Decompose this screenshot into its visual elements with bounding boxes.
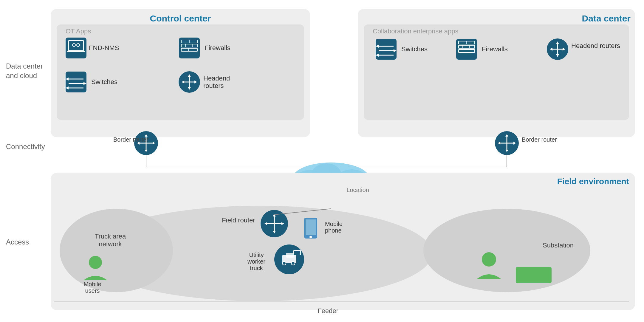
mobile-phone-label2: phone xyxy=(325,227,342,234)
border-router-cc-label: Border router xyxy=(113,136,148,143)
headend-routers-cc-label: Headend xyxy=(203,75,230,82)
feeder-label: Feeder xyxy=(318,307,338,315)
substation-label: Substation xyxy=(543,242,574,249)
control-center-title: Control center xyxy=(150,13,211,23)
svg-point-72 xyxy=(282,261,286,265)
row-label-access: Access xyxy=(6,238,29,246)
border-router-dc-label: Border router xyxy=(522,136,557,143)
collab-apps-title: Collaboration enterprise apps xyxy=(373,27,458,35)
substation-device xyxy=(516,267,552,283)
firewalls-cc-label: Firewalls xyxy=(205,44,230,52)
switches-dc-icon-bg xyxy=(376,39,397,60)
mobile-phone-label1: Mobile xyxy=(325,221,343,227)
substation-blob xyxy=(423,209,590,292)
switches-cc-label: Switches xyxy=(91,78,117,86)
mobile-phone-screen xyxy=(306,219,316,235)
field-router-label: Field router xyxy=(222,216,255,224)
headend-routers-cc-label2: routers xyxy=(203,82,224,89)
substation-person-head xyxy=(482,252,496,267)
ot-apps-title: OT Apps xyxy=(66,27,91,35)
svg-rect-71 xyxy=(286,253,294,258)
svg-rect-2 xyxy=(67,51,85,52)
headend-routers-dc-label: Headend routers xyxy=(571,42,620,49)
mobile-users-label: Mobile xyxy=(84,281,101,287)
mobile-users-head xyxy=(89,256,102,269)
switches-dc-label: Switches xyxy=(401,45,428,53)
collab-apps-box xyxy=(364,24,629,120)
utility-worker-label1: Utility xyxy=(249,252,264,258)
row-label-data-center: Data center xyxy=(6,62,43,70)
truck-area-blob xyxy=(60,209,173,292)
utility-worker-label3: truck xyxy=(250,265,263,271)
switches-cc-icon-bg xyxy=(66,72,86,92)
mobile-users-label2: users xyxy=(85,287,100,294)
utility-worker-label2: worker xyxy=(247,258,265,265)
truck-area-label1: Truck area xyxy=(95,233,126,240)
row-label-connectivity: Connectivity xyxy=(6,143,45,151)
mobile-phone-button xyxy=(309,236,312,238)
location-label: Location xyxy=(346,187,369,193)
svg-point-73 xyxy=(291,261,295,265)
row-label-and-cloud: and cloud xyxy=(6,72,37,80)
data-center-title: Data center xyxy=(582,13,631,23)
field-environment-title: Field environment xyxy=(557,177,629,186)
truck-area-label2: network xyxy=(99,240,122,248)
fnd-nms-label: FND-NMS xyxy=(89,44,119,52)
firewalls-dc-label: Firewalls xyxy=(482,45,508,53)
